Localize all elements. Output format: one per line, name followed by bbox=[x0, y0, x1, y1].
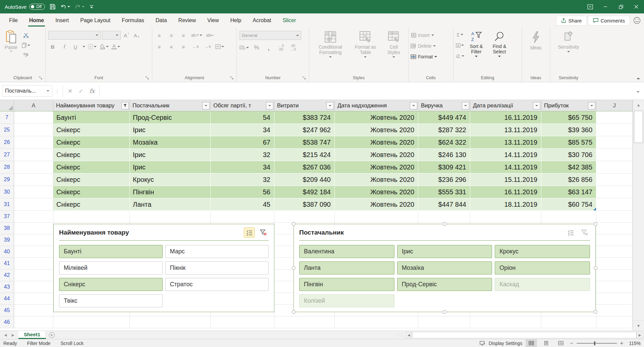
cell-r29-c0[interactable] bbox=[14, 174, 53, 186]
column-header-A[interactable]: A bbox=[14, 100, 53, 111]
number-dialog-launcher[interactable] bbox=[303, 76, 306, 80]
cell-r39-c0[interactable] bbox=[14, 234, 53, 246]
cell-r7-c1[interactable]: Баунті bbox=[53, 111, 130, 124]
scroll-down-button[interactable]: ▼ bbox=[633, 320, 644, 331]
borders-button[interactable] bbox=[88, 42, 97, 51]
cell-styles-button[interactable]: Cell Styles bbox=[382, 30, 406, 59]
cell-r37-c5[interactable] bbox=[335, 211, 418, 222]
cell-r26-c8[interactable]: $85 575 bbox=[541, 136, 596, 149]
cell-r26-c1[interactable]: Снікерс bbox=[53, 136, 130, 149]
restore-button[interactable] bbox=[613, 0, 629, 13]
page-break-preview-button[interactable] bbox=[555, 339, 567, 347]
cell-r40-c0[interactable] bbox=[14, 246, 53, 258]
cell-r27-c4[interactable]: $215 424 bbox=[274, 149, 335, 161]
filter-applied-button[interactable] bbox=[121, 102, 129, 109]
slicer-resize-handle-3[interactable] bbox=[292, 266, 296, 270]
filter-dropdown-button[interactable] bbox=[410, 102, 417, 109]
insert-function-icon[interactable]: fx bbox=[90, 88, 95, 94]
row-number-46[interactable]: 46 bbox=[0, 316, 14, 328]
cell-r29-c6[interactable]: $236 296 bbox=[418, 174, 470, 186]
redo-button[interactable] bbox=[75, 4, 85, 9]
cell-r46-c2[interactable] bbox=[130, 316, 211, 328]
clear-filter-button[interactable] bbox=[258, 228, 269, 238]
slicer-item-selected[interactable]: Пінгвін bbox=[299, 278, 394, 291]
cell-r44-c9[interactable] bbox=[596, 293, 633, 305]
ribbon-tab-data[interactable]: Data bbox=[150, 13, 173, 28]
cell-r30-c5[interactable]: Жовтень 2020 bbox=[335, 186, 418, 198]
cell-r27-c1[interactable]: Снікерс bbox=[53, 149, 130, 161]
format-cells-button[interactable]: Format bbox=[411, 52, 437, 61]
ribbon-tab-file[interactable]: File bbox=[3, 13, 23, 28]
cell-r28-c6[interactable]: $309 421 bbox=[418, 161, 470, 174]
cell-r29-c3[interactable]: 32 bbox=[211, 174, 274, 186]
filter-dropdown-button[interactable] bbox=[202, 102, 210, 109]
align-center-button[interactable]: ≡ bbox=[167, 42, 176, 51]
slicer-resize-handle-7[interactable] bbox=[594, 310, 597, 314]
cell-r30-c0[interactable] bbox=[14, 186, 53, 198]
slicer-item-selected[interactable]: Мозаїка bbox=[397, 261, 492, 275]
name-box[interactable]: Постачаль... bbox=[2, 85, 52, 97]
slicer-item-unselected[interactable]: Марс bbox=[165, 245, 269, 258]
slicer-item-no_data[interactable]: Каскад bbox=[495, 278, 590, 291]
filter-dropdown-button[interactable] bbox=[462, 102, 469, 109]
row-number-40[interactable]: 40 bbox=[0, 246, 14, 258]
cell-r26-c2[interactable]: Мозаїка bbox=[130, 136, 211, 149]
cell-r29-c1[interactable]: Снікерс bbox=[53, 174, 130, 186]
cell-r27-c9[interactable] bbox=[596, 149, 633, 161]
slicer-product-name[interactable]: Найменування товаруБаунтіМарсМілківейПік… bbox=[53, 224, 274, 312]
slicer-resize-handle-1[interactable] bbox=[443, 222, 446, 226]
bold-button[interactable]: B bbox=[48, 42, 57, 51]
row-number-38[interactable]: 38 bbox=[0, 222, 14, 234]
formula-bar-grip[interactable]: ⋮ bbox=[55, 88, 60, 94]
ribbon-tab-review[interactable]: Review bbox=[173, 13, 202, 28]
slicer-item-no_data[interactable]: Колізей bbox=[299, 294, 394, 307]
cell-r26-c4[interactable]: $538 747 bbox=[274, 136, 335, 149]
clipboard-dialog-launcher[interactable] bbox=[39, 76, 43, 80]
slicer-item-unselected[interactable]: Стратос bbox=[165, 278, 269, 291]
cell-r46-c3[interactable] bbox=[211, 316, 274, 328]
decrease-decimal-button[interactable]: .00→.0 bbox=[288, 43, 297, 52]
font-size-select[interactable] bbox=[102, 31, 121, 40]
feedback-smiley-button[interactable] bbox=[633, 17, 641, 24]
zoom-in-button[interactable]: + bbox=[620, 340, 623, 346]
cell-r7-c5[interactable]: Жовтень 2020 bbox=[335, 111, 418, 124]
select-all-corner[interactable] bbox=[0, 100, 14, 111]
multi-select-button[interactable] bbox=[565, 228, 576, 238]
cancel-entry-icon[interactable]: ✕ bbox=[68, 88, 72, 95]
slicer-resize-handle-5[interactable] bbox=[292, 310, 296, 314]
cell-r46-c8[interactable] bbox=[541, 316, 596, 328]
cell-r27-c6[interactable]: $246 130 bbox=[418, 149, 470, 161]
share-button[interactable]: Share bbox=[556, 16, 587, 26]
scroll-right-button[interactable]: ▶ bbox=[637, 332, 643, 338]
filter-dropdown-button[interactable] bbox=[533, 102, 540, 109]
slicer-item-unselected[interactable]: Твікс bbox=[59, 294, 163, 307]
sheet-tab-active[interactable]: Sheet1 bbox=[18, 331, 46, 339]
font-dialog-launcher[interactable] bbox=[146, 76, 149, 80]
cell-r31-c5[interactable]: Жовтень 2020 bbox=[335, 198, 418, 211]
confirm-entry-icon[interactable]: ✓ bbox=[78, 88, 83, 95]
align-right-button[interactable]: ≡ bbox=[179, 42, 188, 51]
cell-r25-c2[interactable]: Ірис bbox=[130, 124, 211, 136]
cell-r30-c4[interactable]: $492 184 bbox=[274, 186, 335, 198]
percent-style-button[interactable]: % bbox=[252, 43, 261, 52]
cell-r46-c9[interactable] bbox=[596, 316, 633, 328]
horizontal-scrollbar[interactable]: ◀ ▶ bbox=[405, 332, 643, 338]
cell-r25-c1[interactable]: Снікерс bbox=[53, 124, 130, 136]
row-number-41[interactable]: 41 bbox=[0, 258, 14, 269]
slicer-item-selected[interactable]: Ірис bbox=[397, 245, 492, 258]
table-header-6[interactable]: Виручка bbox=[418, 100, 470, 111]
cell-r46-c0[interactable] bbox=[14, 316, 53, 328]
cell-r28-c8[interactable]: $42 385 bbox=[541, 161, 596, 174]
cell-r25-c3[interactable]: 34 bbox=[211, 124, 274, 136]
horizontal-scroll-thumb[interactable] bbox=[412, 332, 637, 338]
save-button[interactable] bbox=[50, 4, 56, 10]
filter-dropdown-button[interactable] bbox=[266, 102, 273, 109]
row-number-27[interactable]: 27 bbox=[0, 149, 14, 161]
cell-r31-c0[interactable] bbox=[14, 198, 53, 211]
scroll-left-button[interactable]: ◀ bbox=[406, 332, 412, 338]
zoom-out-button[interactable]: − bbox=[570, 340, 573, 346]
cell-r29-c4[interactable]: $209 440 bbox=[274, 174, 335, 186]
row-number-44[interactable]: 44 bbox=[0, 293, 14, 305]
vertical-scroll-thumb[interactable] bbox=[634, 111, 643, 143]
expand-formula-bar-chevron[interactable] bbox=[637, 88, 642, 94]
